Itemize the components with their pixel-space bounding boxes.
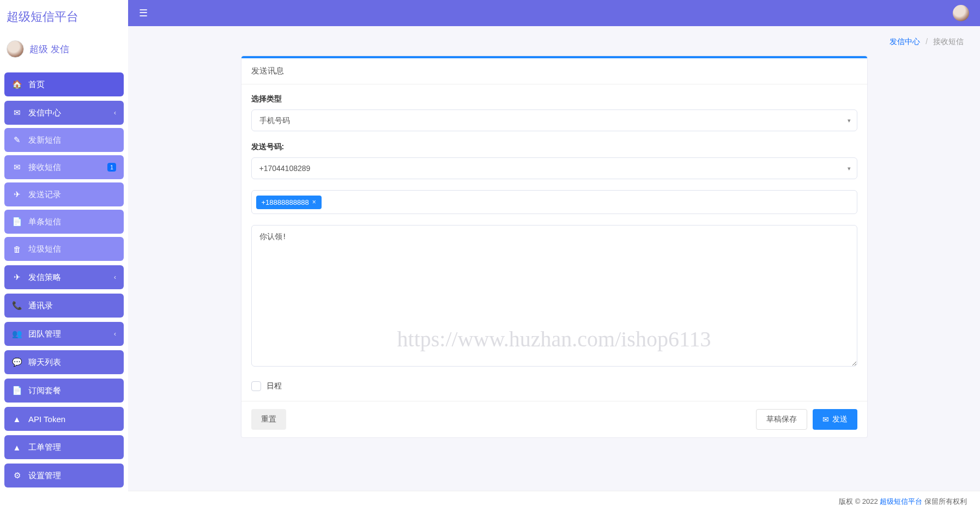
sidebar-item-contacts[interactable]: 📞 通讯录: [4, 294, 124, 318]
field-recipients: +18888888888 ×: [251, 190, 857, 214]
card-body: 选择类型 手机号码 ▾ 发送号码: ▾: [241, 84, 867, 401]
sidebar-item-label: 设置管理: [28, 471, 61, 481]
chevron-down-icon: ▾: [848, 117, 851, 124]
breadcrumb: 发信中心 / 接收短信: [144, 33, 964, 56]
main-area: ☰ 发信中心 / 接收短信 发送讯息 选择类型 手机号码: [128, 0, 980, 512]
file-icon: 📄: [12, 386, 22, 395]
breadcrumb-parent[interactable]: 发信中心: [890, 37, 920, 46]
page-footer: 版权 © 2022 超级短信平台 保留所有权利: [128, 491, 980, 512]
from-number-input[interactable]: [251, 157, 857, 179]
save-draft-button[interactable]: 草稿保存: [756, 409, 807, 430]
send-button-label: 发送: [832, 415, 848, 424]
sidebar-item-trash[interactable]: 🗑 垃圾短信: [4, 237, 124, 261]
sidebar-item-inbox[interactable]: ✉ 接收短信 1: [4, 155, 124, 179]
sidebar-item-label: 发送记录: [28, 190, 61, 200]
sidebar-item-single[interactable]: 📄 单条短信: [4, 210, 124, 234]
chevron-down-icon: ▾: [848, 165, 851, 172]
envelope-icon: ✉: [822, 415, 829, 424]
sidebar-item-send-log[interactable]: ✈ 发送记录: [4, 182, 124, 206]
sidebar-item-chat-list[interactable]: 💬 聊天列表: [4, 350, 124, 374]
card-footer: 重置 草稿保存 ✉ 发送: [241, 401, 867, 437]
sidebar-item-team[interactable]: 👥 团队管理 ‹: [4, 322, 124, 346]
footer-prefix: 版权 © 2022: [839, 497, 880, 505]
trash-icon: 🗑: [12, 245, 22, 254]
sidebar-item-label: API Token: [28, 415, 65, 424]
sidebar-item-new-msg[interactable]: ✎ 发新短信: [4, 128, 124, 152]
sidebar: 超级短信平台 超级 发信 🏠 首页 ✉ 发信中心 ‹ ✎ 发新短信 ✉ 接收短信…: [0, 0, 128, 512]
sidebar-item-tickets[interactable]: ▲ 工单管理: [4, 435, 124, 459]
sidebar-item-api-token[interactable]: ▲ API Token: [4, 407, 124, 431]
footer-brand-link[interactable]: 超级短信平台: [880, 497, 922, 505]
sidebar-item-label: 垃圾短信: [28, 244, 61, 254]
compose-card: 发送讯息 选择类型 手机号码 ▾ 发送号码:: [241, 56, 868, 438]
breadcrumb-separator: /: [925, 37, 928, 46]
sidebar-user-block[interactable]: 超级 发信: [4, 36, 124, 68]
sidebar-item-label: 团队管理: [28, 329, 61, 339]
type-select[interactable]: 手机号码: [251, 109, 857, 131]
recipient-tag-text: +18888888888: [262, 198, 309, 206]
home-icon: 🏠: [12, 80, 22, 89]
warning-icon: ▲: [12, 415, 22, 424]
file-icon: 📄: [12, 217, 22, 227]
sidebar-item-label: 发新短信: [28, 135, 61, 145]
chevron-left-icon: ‹: [114, 330, 116, 338]
sidebar-item-send-policy[interactable]: ✈ 发信策略 ‹: [4, 265, 124, 289]
avatar: [7, 40, 24, 58]
sidebar-item-settings[interactable]: ⚙ 设置管理: [4, 464, 124, 487]
warning-icon: ▲: [12, 443, 22, 452]
gear-icon: ⚙: [12, 471, 22, 480]
phone-icon: 📞: [12, 301, 22, 310]
chevron-left-icon: ‹: [114, 273, 116, 281]
users-icon: 👥: [12, 329, 22, 339]
breadcrumb-current: 接收短信: [933, 37, 964, 46]
field-type: 选择类型 手机号码 ▾: [251, 94, 857, 131]
hamburger-icon[interactable]: ☰: [139, 7, 148, 19]
field-from-number: 发送号码: ▾: [251, 142, 857, 179]
sidebar-item-label: 单条短信: [28, 217, 61, 227]
send-button[interactable]: ✉ 发送: [813, 409, 857, 430]
chat-icon: 💬: [12, 357, 22, 367]
recipient-tag: +18888888888 ×: [256, 196, 322, 209]
sidebar-item-label: 首页: [28, 80, 45, 90]
sidebar-item-label: 发信中心: [28, 108, 61, 118]
schedule-label: 日程: [267, 381, 282, 391]
page-content: 发信中心 / 接收短信 发送讯息 选择类型 手机号码 ▾: [128, 26, 980, 512]
sidebar-item-label: 发信策略: [28, 272, 61, 283]
sidebar-item-send-center[interactable]: ✉ 发信中心 ‹: [4, 101, 124, 125]
reset-button[interactable]: 重置: [251, 409, 286, 430]
footer-suffix: 保留所有权利: [922, 497, 967, 505]
schedule-checkbox[interactable]: [251, 381, 261, 391]
user-name: 超级 发信: [29, 43, 69, 56]
type-label: 选择类型: [251, 94, 857, 104]
message-textarea[interactable]: 你认领!: [251, 225, 857, 367]
recipient-tagbox[interactable]: +18888888888 ×: [251, 190, 857, 214]
field-message: 你认领! https://www.huzhan.com/ishop6113: [251, 225, 857, 368]
card-title: 发送讯息: [241, 58, 867, 84]
sidebar-item-label: 接收短信: [28, 162, 61, 173]
from-label: 发送号码:: [251, 142, 857, 152]
sidebar-item-label: 聊天列表: [28, 357, 61, 368]
badge-count: 1: [107, 163, 116, 172]
sidebar-item-label: 工单管理: [28, 442, 61, 453]
edit-icon: ✎: [12, 135, 22, 145]
tag-remove-icon[interactable]: ×: [312, 198, 316, 206]
sidebar-item-billing[interactable]: 📄 订阅套餐: [4, 379, 124, 403]
sidebar-item-label: 通讯录: [28, 301, 53, 311]
sidebar-group-send-center: ✉ 发信中心 ‹ ✎ 发新短信 ✉ 接收短信 1 ✈ 发送记录 📄 单条短信: [4, 101, 124, 261]
topbar-avatar[interactable]: [953, 5, 969, 21]
paper-plane-icon: ✈: [12, 272, 22, 282]
inbox-icon: ✉: [12, 162, 22, 172]
envelope-icon: ✉: [12, 108, 22, 118]
topbar: ☰: [128, 0, 980, 26]
field-schedule: 日程: [251, 379, 857, 391]
sidebar-item-label: 订阅套餐: [28, 386, 61, 396]
brand-title: 超级短信平台: [4, 4, 124, 32]
sidebar-item-home[interactable]: 🏠 首页: [4, 72, 124, 96]
app-root: 超级短信平台 超级 发信 🏠 首页 ✉ 发信中心 ‹ ✎ 发新短信 ✉ 接收短信…: [0, 0, 980, 512]
send-icon: ✈: [12, 190, 22, 199]
chevron-left-icon: ‹: [114, 109, 116, 117]
